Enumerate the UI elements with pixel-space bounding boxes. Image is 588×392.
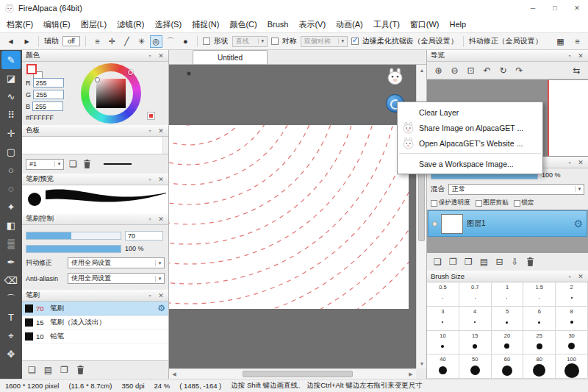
- context-menu-item[interactable]: Save a Workspace Image...: [398, 156, 542, 171]
- blend-mode-select[interactable]: 正常 ▾: [448, 184, 584, 195]
- zoom-out-icon[interactable]: ⊖: [450, 65, 459, 76]
- menu-item-0[interactable]: 档案(F): [1, 17, 38, 32]
- menu-item-11[interactable]: 窗口(W): [405, 17, 445, 32]
- brush-size-option[interactable]: 100: [556, 354, 588, 379]
- brush-size-option[interactable]: 2: [556, 282, 588, 307]
- add-brush-icon[interactable]: ❏: [27, 364, 37, 376]
- delete-layer-icon[interactable]: [526, 256, 535, 268]
- menu-item-10[interactable]: 工具(T): [368, 17, 405, 32]
- brush-list-item[interactable]: 15笔刷（淡入淡出）: [22, 316, 168, 329]
- select-rect-tool[interactable]: ▢: [1, 143, 21, 161]
- brush-folder-icon[interactable]: ▤: [43, 364, 53, 376]
- move-tool[interactable]: ✛: [1, 124, 21, 143]
- menu-item-8[interactable]: 表示(V): [293, 17, 331, 32]
- menu-item-1[interactable]: 编辑(E): [38, 17, 76, 32]
- brush-size-option[interactable]: 3: [427, 307, 459, 331]
- antialias-select[interactable]: 使用全局设置 ▾: [68, 273, 165, 284]
- brush-size-option[interactable]: 4: [459, 307, 492, 331]
- hue-selector[interactable]: [128, 70, 133, 75]
- brush-size-option[interactable]: 40: [427, 354, 459, 379]
- brush-size-option[interactable]: 1.5: [523, 282, 556, 307]
- palette-swatch-list[interactable]: [22, 137, 168, 154]
- brush-size-option[interactable]: 10: [427, 331, 459, 355]
- next-panel-icon[interactable]: ▶: [21, 35, 33, 48]
- layer-row[interactable]: 图层1 ⚙: [428, 210, 587, 237]
- brush-size-option[interactable]: 6: [523, 307, 556, 331]
- scroll-down-icon[interactable]: ▼: [417, 358, 427, 368]
- close-panel-icon[interactable]: ✕: [157, 127, 165, 135]
- snap-curve-icon[interactable]: ⌒: [165, 35, 177, 48]
- symmetry-select[interactable]: 双侧对称 ▾: [301, 36, 348, 47]
- antialias-checkbox[interactable]: ✓: [351, 38, 359, 45]
- gear-icon[interactable]: ⚙: [573, 218, 583, 229]
- zoom-fit-icon[interactable]: ⊡: [466, 65, 476, 76]
- scroll-left-icon[interactable]: ◀: [169, 369, 179, 379]
- delete-brush-icon[interactable]: [76, 364, 85, 376]
- color-wheel[interactable]: [81, 63, 141, 124]
- merge-layer-icon[interactable]: ⊟: [495, 256, 504, 268]
- close-panel-icon[interactable]: ✕: [157, 52, 165, 60]
- snap-parallel-icon[interactable]: ≡: [91, 35, 104, 48]
- float-panel-icon[interactable]: ▫: [146, 176, 154, 183]
- add-palette-color-icon[interactable]: ❏: [68, 158, 78, 170]
- magic-wand-tool[interactable]: ✦: [1, 198, 21, 216]
- prev-panel-icon[interactable]: ◀: [4, 35, 17, 48]
- menu-item-4[interactable]: 选择(S): [149, 17, 187, 32]
- text-tool[interactable]: T: [1, 308, 21, 327]
- close-panel-icon[interactable]: ✕: [577, 52, 584, 60]
- brush-size-option[interactable]: 5: [492, 307, 524, 331]
- lock-checkbox[interactable]: [514, 200, 520, 207]
- brush-size-option[interactable]: 60: [492, 354, 524, 379]
- dot-tool[interactable]: ⠿: [1, 106, 21, 124]
- g-value-field[interactable]: 255: [33, 90, 64, 99]
- snap-vanishing-icon[interactable]: ╱: [121, 35, 133, 48]
- float-panel-icon[interactable]: ▫: [146, 127, 154, 135]
- float-panel-icon[interactable]: ▫: [146, 292, 154, 299]
- symmetry-checkbox[interactable]: [271, 38, 279, 45]
- canvas-viewport[interactable]: [169, 65, 416, 368]
- brush-list-item[interactable]: 70笔刷⚙: [22, 302, 168, 316]
- float-panel-icon[interactable]: ▫: [566, 159, 573, 166]
- close-panel-icon[interactable]: ✕: [157, 215, 165, 223]
- rotate-reset-icon[interactable]: ↻: [498, 65, 508, 76]
- brush-opacity-slider[interactable]: [26, 245, 121, 253]
- context-menu-item[interactable]: Share Image on AlpacaGET ...: [398, 120, 542, 135]
- rotate-left-icon[interactable]: ↶: [482, 65, 492, 76]
- brush-size-option[interactable]: 30: [556, 331, 588, 355]
- maximize-icon[interactable]: □: [544, 0, 566, 16]
- menu-item-5[interactable]: 捕捉(N): [187, 17, 224, 32]
- horizontal-scrollbar[interactable]: ◀ ▶: [169, 368, 416, 379]
- brush-dot-icon[interactable]: ●: [179, 35, 192, 48]
- minimize-icon[interactable]: ─: [522, 0, 544, 16]
- document-tab[interactable]: Untitled: [193, 50, 268, 64]
- shape-select[interactable]: 直线 ▾: [232, 36, 268, 47]
- curve-tool[interactable]: ⌒: [1, 290, 21, 308]
- zoom-in-icon[interactable]: ⊕: [434, 65, 443, 76]
- stabilizer-select[interactable]: 使用全局设置 ▾: [68, 257, 165, 268]
- menu-item-9[interactable]: 动画(A): [331, 17, 368, 32]
- rotate-right-icon[interactable]: ↷: [514, 65, 524, 76]
- horizontal-scroll-thumb[interactable]: [243, 371, 353, 377]
- brush-size-option[interactable]: 1: [492, 282, 524, 307]
- r-value-field[interactable]: 255: [33, 78, 64, 88]
- brush-size-option[interactable]: 80: [523, 354, 556, 379]
- select-pen-tool[interactable]: ✒: [1, 253, 21, 271]
- snap-radial-icon[interactable]: ✳: [135, 35, 148, 48]
- brush-size-option[interactable]: 50: [459, 354, 492, 379]
- transfer-layer-icon[interactable]: ❒: [464, 256, 473, 268]
- brush-size-option[interactable]: 0.5: [427, 282, 459, 307]
- flatten-layer-icon[interactable]: ⇩: [510, 256, 520, 268]
- close-panel-icon[interactable]: ✕: [577, 273, 584, 280]
- b-value-field[interactable]: 255: [32, 101, 63, 111]
- saturation-value-square[interactable]: [96, 79, 126, 108]
- float-panel-icon[interactable]: ▫: [566, 52, 573, 60]
- palette-scrollbar[interactable]: [162, 137, 168, 154]
- select-eraser-tool[interactable]: ⌫: [1, 271, 21, 290]
- menu-item-7[interactable]: Brush: [262, 18, 294, 31]
- menu-item-6[interactable]: 颜色(C): [224, 17, 262, 32]
- scroll-right-icon[interactable]: ▶: [406, 369, 416, 379]
- brush-size-option[interactable]: 8: [556, 307, 588, 331]
- duplicate-layer-icon[interactable]: ❐: [448, 256, 458, 268]
- assist-off-button[interactable]: off: [62, 36, 80, 46]
- close-icon[interactable]: ✕: [566, 0, 588, 16]
